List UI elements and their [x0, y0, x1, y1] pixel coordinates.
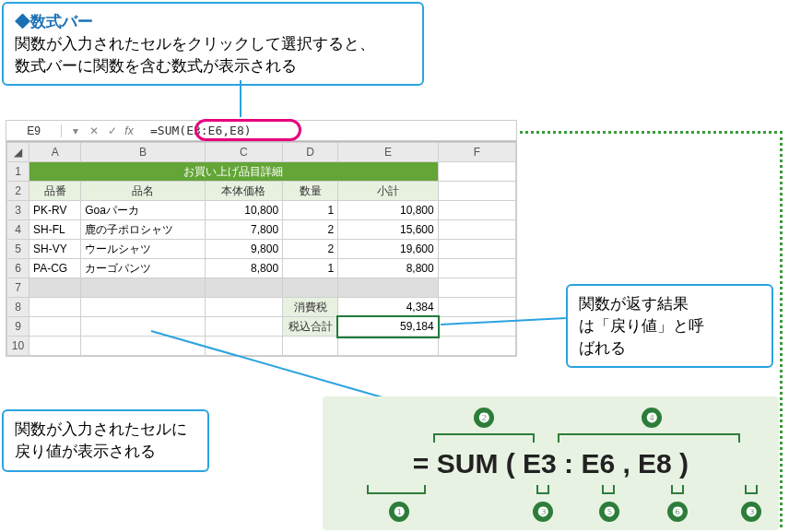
cell[interactable]	[205, 317, 282, 337]
cell[interactable]	[81, 278, 205, 298]
cell[interactable]	[438, 240, 515, 259]
cell[interactable]: Goaパーカ	[81, 201, 205, 220]
callout-text: 関数が入力されたセルに	[15, 419, 196, 441]
row-header[interactable]: 2	[7, 182, 29, 201]
name-box[interactable]: E9	[6, 124, 62, 137]
cell[interactable]: 7,800	[205, 220, 282, 240]
cell[interactable]: 15,600	[338, 220, 438, 240]
total-label[interactable]: 税込合計	[283, 317, 338, 337]
cancel-icon[interactable]: ✕	[88, 124, 100, 137]
cell[interactable]	[438, 298, 515, 317]
cell[interactable]	[29, 278, 81, 298]
select-all[interactable]: ◢	[7, 143, 29, 162]
column-label[interactable]: 品番	[29, 182, 81, 201]
formula-icons: ▾ ✕ ✓ fx	[62, 124, 145, 137]
cell[interactable]	[283, 278, 338, 298]
cell[interactable]	[81, 337, 205, 356]
callout-return-value: 関数が返す結果 は「戻り値」と呼 ばれる	[566, 284, 773, 368]
row-header[interactable]: 4	[7, 220, 29, 240]
callout-title: ◆数式バー	[15, 11, 411, 33]
annotation-bracket	[671, 485, 684, 494]
dropdown-icon[interactable]: ▾	[69, 124, 82, 137]
cell[interactable]: 8,800	[338, 259, 438, 278]
cell[interactable]	[338, 337, 438, 356]
annotation-label: ❹	[642, 408, 662, 428]
row-header[interactable]: 9	[7, 317, 29, 337]
cell[interactable]: 9,800	[205, 240, 282, 259]
table-row: 3 PK-RV Goaパーカ 10,800 1 10,800	[7, 201, 516, 220]
table-title[interactable]: お買い上げ品目詳細	[29, 162, 439, 182]
tax-label[interactable]: 消費税	[283, 298, 338, 317]
cell[interactable]	[81, 317, 205, 337]
formula-display: = SUM ( E3 : E6 , E8 )	[323, 448, 779, 479]
cell[interactable]	[29, 298, 81, 317]
annotation-label: ❶	[389, 502, 409, 522]
formula-breakdown-panel: = SUM ( E3 : E6 , E8 ) ❷ ❹ ❶ ❸ ❺ ❻ ❸	[323, 396, 779, 530]
row-header[interactable]: 10	[7, 337, 29, 356]
callout-text: 関数が入力されたセルをクリックして選択すると、	[15, 33, 411, 55]
fx-icon[interactable]: fx	[124, 124, 137, 137]
cell[interactable]: SH-VY	[29, 240, 81, 259]
column-label[interactable]: 本体価格	[205, 182, 282, 201]
highlight-circle	[194, 119, 301, 141]
callout-text: 関数が返す結果	[579, 293, 760, 315]
annotation-label: ❻	[667, 502, 688, 522]
cell[interactable]	[438, 182, 515, 201]
col-header[interactable]: E	[338, 143, 438, 162]
column-label[interactable]: 品名	[81, 182, 205, 201]
row-header[interactable]: 8	[7, 298, 29, 317]
cell[interactable]	[438, 337, 515, 356]
cell[interactable]: 2	[283, 220, 338, 240]
cell[interactable]: 8,800	[205, 259, 282, 278]
callout-formula-bar: ◆数式バー 関数が入力されたセルをクリックして選択すると、 数式バーに関数を含む…	[2, 2, 424, 86]
callout-text: ばれる	[579, 337, 760, 360]
cell[interactable]: 鹿の子ポロシャツ	[81, 220, 205, 240]
col-header[interactable]: A	[29, 143, 81, 162]
cell[interactable]	[81, 298, 205, 317]
cell[interactable]: 1	[283, 201, 338, 220]
enter-icon[interactable]: ✓	[106, 124, 119, 137]
col-header[interactable]: B	[81, 143, 205, 162]
cell[interactable]	[438, 201, 515, 220]
cell[interactable]	[205, 278, 282, 298]
cell[interactable]	[29, 337, 81, 356]
cell[interactable]	[283, 337, 338, 356]
cell[interactable]: SH-FL	[29, 220, 81, 240]
cell[interactable]: PK-RV	[29, 201, 81, 220]
annotation-bracket	[536, 485, 549, 494]
cell[interactable]: カーゴパンツ	[81, 259, 205, 278]
col-header[interactable]: D	[283, 143, 338, 162]
cell[interactable]	[438, 259, 515, 278]
cell[interactable]	[438, 162, 515, 182]
cell[interactable]	[438, 220, 515, 240]
tax-value[interactable]: 4,384	[338, 298, 438, 317]
row-header[interactable]: 3	[7, 201, 29, 220]
cell[interactable]: 1	[283, 259, 338, 278]
annotation-bracket	[602, 485, 615, 494]
cell[interactable]	[205, 298, 282, 317]
selected-cell[interactable]: 59,184	[338, 317, 438, 337]
annotation-bracket	[367, 485, 426, 494]
col-header[interactable]: F	[438, 143, 515, 162]
row-header[interactable]: 7	[7, 278, 29, 298]
row-header[interactable]: 5	[7, 240, 29, 259]
cell[interactable]	[338, 278, 438, 298]
col-header[interactable]: C	[205, 143, 282, 162]
row-header[interactable]: 6	[7, 259, 29, 278]
column-label[interactable]: 数量	[283, 182, 338, 201]
cell[interactable]: 19,600	[338, 240, 438, 259]
annotation-bracket	[433, 433, 535, 443]
cell[interactable]: 2	[283, 240, 338, 259]
cell[interactable]: 10,800	[205, 201, 282, 220]
cell[interactable]	[205, 337, 282, 356]
column-label[interactable]: 小計	[338, 182, 438, 201]
table-row: 6 PA-CG カーゴパンツ 8,800 1 8,800	[7, 259, 516, 278]
cell[interactable]	[438, 278, 515, 298]
dotted-connector	[780, 131, 783, 527]
cell[interactable]: PA-CG	[29, 259, 81, 278]
row-header[interactable]: 1	[7, 162, 29, 182]
cell[interactable]	[29, 317, 81, 337]
cell[interactable]: 10,800	[338, 201, 438, 220]
callout-connector	[240, 80, 241, 117]
cell[interactable]: ウールシャツ	[81, 240, 205, 259]
